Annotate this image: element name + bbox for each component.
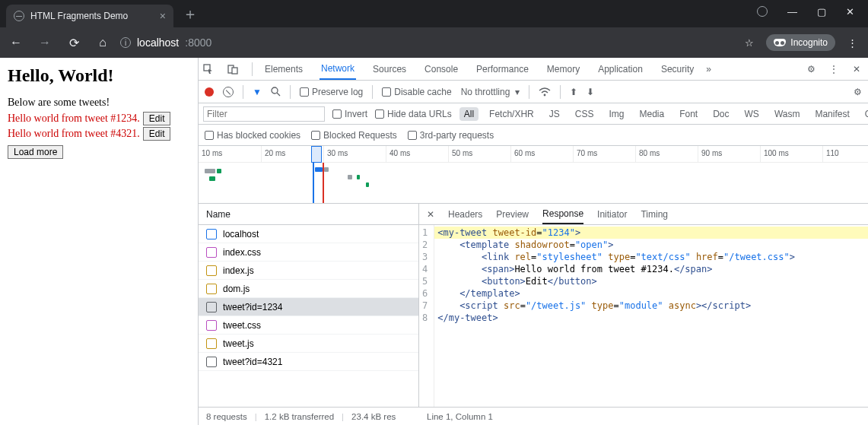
filter-type-manifest[interactable]: Manifest <box>810 107 854 121</box>
code-line[interactable]: <button>Edit</button> <box>434 275 868 287</box>
network-timeline[interactable]: 10 ms20 ms30 ms40 ms50 ms60 ms70 ms80 ms… <box>199 146 868 204</box>
devtools-tab-elements[interactable]: Elements <box>263 58 304 80</box>
svg-point-3 <box>272 87 278 94</box>
close-tab-icon[interactable]: × <box>160 10 166 22</box>
request-row[interactable]: tweet.js <box>199 335 418 353</box>
settings-icon[interactable]: ⚙ <box>804 64 818 75</box>
edit-button[interactable]: Edit <box>143 112 171 125</box>
filter-type-ws[interactable]: WS <box>740 107 764 121</box>
code-line[interactable]: <span>Hello world from tweet #1234.</spa… <box>434 263 868 275</box>
inspect-icon[interactable] <box>203 64 217 75</box>
new-tab-button[interactable]: ＋ <box>183 4 198 24</box>
device-icon[interactable] <box>227 64 241 75</box>
close-detail-icon[interactable]: ✕ <box>427 209 434 220</box>
response-code[interactable]: 12345678 <my-tweet tweet-id="1234"> <tem… <box>419 225 868 407</box>
doc-icon <box>206 229 217 239</box>
browser-tab[interactable]: HTML Fragments Demo × <box>6 5 173 27</box>
filter-type-js[interactable]: JS <box>545 107 564 121</box>
has-blocked-cookies-checkbox[interactable]: Has blocked cookies <box>205 130 300 141</box>
info-icon[interactable]: i <box>120 37 131 48</box>
back-button[interactable]: ← <box>5 36 27 49</box>
request-row[interactable]: localhost <box>199 225 418 243</box>
request-row[interactable]: tweet?id=1234 <box>199 298 418 316</box>
devtools-tab-network[interactable]: Network <box>320 58 356 80</box>
detail-tab-response[interactable]: Response <box>542 204 583 224</box>
upload-icon[interactable]: ⬆ <box>570 87 577 97</box>
filter-type-fetchxhr[interactable]: Fetch/XHR <box>485 107 539 121</box>
incognito-badge[interactable]: Incognito <box>766 34 835 51</box>
status-cursor: Line 1, Column 1 <box>419 412 501 421</box>
request-list-header[interactable]: Name <box>199 204 418 225</box>
circle-icon <box>757 6 768 17</box>
devtools-tab-console[interactable]: Console <box>423 58 459 80</box>
detail-tab-headers[interactable]: Headers <box>448 204 482 224</box>
devtools-tab-performance[interactable]: Performance <box>475 58 530 80</box>
code-line[interactable]: <link rel="stylesheet" type="text/css" h… <box>434 251 868 263</box>
code-line[interactable]: <template shadowroot="open"> <box>434 239 868 251</box>
filter-type-all[interactable]: All <box>459 107 479 121</box>
devtools-tabbar: ElementsNetworkSourcesConsolePerformance… <box>199 58 868 81</box>
filter-type-doc[interactable]: Doc <box>708 107 733 121</box>
detail-tab-initiator[interactable]: Initiator <box>597 204 627 224</box>
request-name: tweet.css <box>223 320 261 331</box>
disable-cache-checkbox[interactable]: Disable cache <box>382 87 451 97</box>
filter-type-other[interactable]: Other <box>860 107 868 121</box>
request-row[interactable]: dom.js <box>199 280 418 298</box>
filter-type-css[interactable]: CSS <box>571 107 599 121</box>
maximize-button[interactable]: ▢ <box>817 6 826 17</box>
third-party-checkbox[interactable]: 3rd-party requests <box>408 130 494 141</box>
filter-toggle-icon[interactable]: ▼ <box>253 87 262 97</box>
svg-rect-2 <box>232 68 237 74</box>
request-detail: ✕ HeadersPreviewResponseInitiatorTiming … <box>419 204 868 407</box>
request-row[interactable]: tweet.css <box>199 316 418 335</box>
record-button[interactable] <box>205 87 214 97</box>
devtools-panel: ElementsNetworkSourcesConsolePerformance… <box>198 58 868 425</box>
devtools-tab-application[interactable]: Application <box>596 58 644 80</box>
rendered-page: Hello, World! Below are some tweets! Hel… <box>0 58 198 425</box>
code-line[interactable]: <my-tweet tweet-id="1234"> <box>434 227 868 239</box>
edit-button[interactable]: Edit <box>143 127 171 141</box>
home-button[interactable]: ⌂ <box>91 36 114 49</box>
tweet-text: Hello world from tweet #1234. <box>8 113 140 125</box>
code-line[interactable]: </my-tweet> <box>434 312 868 324</box>
filter-type-media[interactable]: Media <box>634 107 669 121</box>
filter-input[interactable] <box>203 106 325 122</box>
download-icon[interactable]: ⬇ <box>587 87 594 97</box>
hide-data-urls-checkbox[interactable]: Hide data URLs <box>375 109 452 119</box>
filter-type-font[interactable]: Font <box>675 107 702 121</box>
request-row[interactable]: tweet?id=4321 <box>199 353 418 371</box>
blocked-requests-checkbox[interactable]: Blocked Requests <box>311 130 397 141</box>
request-name: tweet?id=1234 <box>223 302 282 312</box>
more-tabs-icon[interactable]: » <box>706 64 711 75</box>
search-icon[interactable] <box>271 87 281 97</box>
detail-tab-timing[interactable]: Timing <box>641 204 668 224</box>
devtools-tab-sources[interactable]: Sources <box>371 58 408 80</box>
css-icon <box>206 320 217 331</box>
clear-button[interactable] <box>223 87 234 97</box>
preserve-log-checkbox[interactable]: Preserve log <box>300 87 363 97</box>
star-icon[interactable]: ☆ <box>745 37 754 49</box>
code-line[interactable]: <script src="/tweet.js" type="module" as… <box>434 300 868 312</box>
invert-checkbox[interactable]: Invert <box>332 109 367 119</box>
reload-button[interactable]: ⟳ <box>62 36 85 50</box>
detail-tab-preview[interactable]: Preview <box>496 204 529 224</box>
devtools-menu-icon[interactable]: ⋮ <box>827 64 841 75</box>
wifi-icon[interactable] <box>539 87 551 97</box>
globe-icon <box>14 11 24 21</box>
request-row[interactable]: index.js <box>199 262 418 280</box>
close-devtools-icon[interactable]: ✕ <box>850 64 863 75</box>
devtools-tab-memory[interactable]: Memory <box>545 58 581 80</box>
browser-menu-button[interactable]: ⋮ <box>847 37 857 49</box>
page-heading: Hello, World! <box>8 65 190 86</box>
filter-type-wasm[interactable]: Wasm <box>770 107 805 121</box>
code-line[interactable]: </template> <box>434 287 868 300</box>
throttling-select[interactable]: No throttling ▾ <box>461 87 520 97</box>
load-more-button[interactable]: Load more <box>8 145 63 159</box>
request-row[interactable]: index.css <box>199 243 418 262</box>
devtools-tab-security[interactable]: Security <box>660 58 695 80</box>
url-field[interactable]: i localhost:8000 <box>120 36 211 49</box>
network-settings-icon[interactable]: ⚙ <box>854 87 862 97</box>
minimize-button[interactable]: — <box>787 6 797 17</box>
close-window-button[interactable]: ✕ <box>846 6 854 17</box>
filter-type-img[interactable]: Img <box>604 107 628 121</box>
